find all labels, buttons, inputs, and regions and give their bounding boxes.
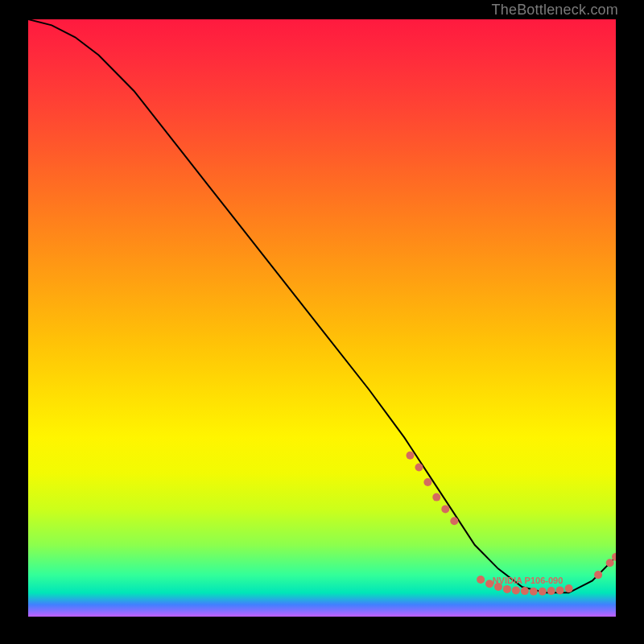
series-curve bbox=[28, 19, 616, 592]
data-point bbox=[565, 584, 573, 592]
marker-layer bbox=[407, 452, 617, 596]
chart-root: TheBottleneck.com NVIDIA P106-090 bbox=[0, 0, 644, 644]
data-point bbox=[407, 452, 415, 460]
data-point bbox=[415, 464, 423, 472]
data-point bbox=[423, 478, 431, 486]
data-point bbox=[547, 587, 555, 595]
data-point bbox=[556, 586, 564, 594]
data-point bbox=[477, 576, 485, 584]
data-point bbox=[594, 571, 602, 579]
watermark-text: TheBottleneck.com bbox=[492, 2, 618, 19]
chart-svg: NVIDIA P106-090 bbox=[28, 19, 616, 617]
plot-area: NVIDIA P106-090 bbox=[28, 19, 616, 617]
annotation-label: NVIDIA P106-090 bbox=[493, 576, 564, 585]
data-point bbox=[512, 586, 520, 594]
data-point bbox=[521, 587, 529, 595]
data-point bbox=[432, 493, 440, 502]
data-point bbox=[441, 505, 449, 513]
data-point bbox=[606, 559, 614, 567]
data-point bbox=[503, 585, 511, 593]
data-point bbox=[450, 517, 458, 525]
data-point bbox=[530, 588, 538, 596]
data-point bbox=[539, 588, 547, 596]
